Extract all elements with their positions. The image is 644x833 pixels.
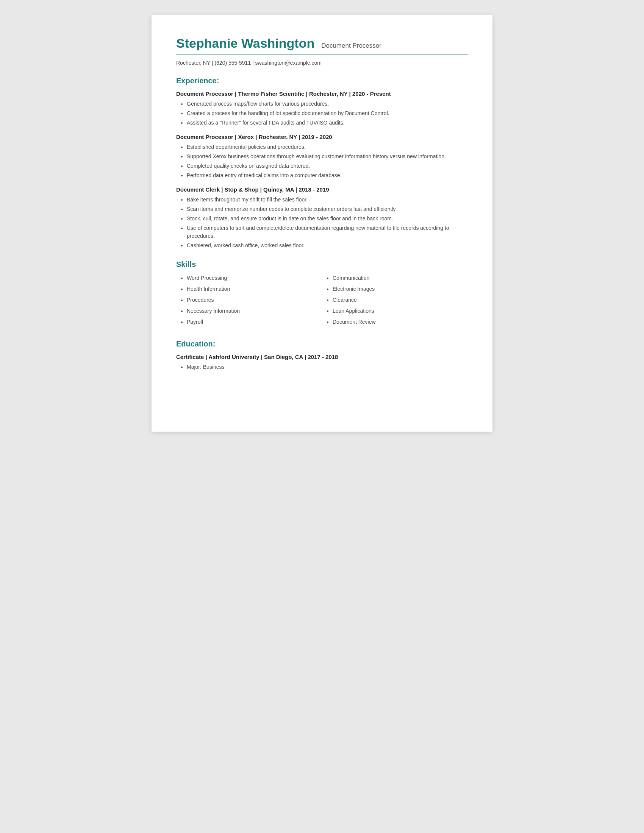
bullet-item: Major: Business [187, 363, 468, 371]
skills-grid: Word Processing Health Information Proce… [176, 274, 468, 329]
bullet-item: Assisted as a "Runner" for several FDA a… [187, 119, 468, 127]
skill-item: Communication [333, 274, 468, 282]
header-section: Stephanie Washington Document Processor … [176, 36, 468, 66]
skill-item: Electronic Images [333, 285, 468, 293]
skills-title: Skills [176, 260, 468, 269]
bullet-item: Use of computers to sort and complete/de… [187, 224, 468, 240]
skill-item: Document Review [333, 318, 468, 326]
bullet-item: Scan items and memorize number codes to … [187, 205, 468, 213]
education-title: Education: [176, 339, 468, 348]
bullet-item: Supported Xerox business operations thro… [187, 153, 468, 161]
bullet-item: Completed quality checks on assigned dat… [187, 162, 468, 170]
bullet-item: Established departmental policies and pr… [187, 143, 468, 151]
education-entry-1: Certificate | Ashford University | San D… [176, 354, 468, 371]
education-section: Education: Certificate | Ashford Univers… [176, 339, 468, 371]
job-bullets-2: Established departmental policies and pr… [176, 143, 468, 180]
skill-item: Health Information [187, 285, 322, 293]
skill-item: Payroll [187, 318, 322, 326]
skills-right-column: Communication Electronic Images Clearanc… [322, 274, 468, 329]
bullet-item: Stock, cull, rotate, and ensure product … [187, 215, 468, 223]
header-divider [176, 55, 468, 55]
bullet-item: Cashiered, worked cash office, worked sa… [187, 241, 468, 249]
job-header-3: Document Clerk | Stop & Shop | Quincy, M… [176, 186, 468, 193]
bullet-item: Performed data entry of medical claims i… [187, 172, 468, 180]
experience-section: Experience: Document Processor | Thermo … [176, 77, 468, 249]
contact-info: Rochester, NY | (620) 555-5911 | swashin… [176, 60, 468, 66]
skill-item: Necessary Information [187, 307, 322, 315]
job-entry-1: Document Processor | Thermo Fisher Scien… [176, 90, 468, 127]
job-bullets-3: Bake items throughout my shift to fill t… [176, 196, 468, 249]
skills-section: Skills Word Processing Health Informatio… [176, 260, 468, 329]
bullet-item: Created a process for the handling of lo… [187, 109, 468, 117]
name-title-row: Stephanie Washington Document Processor [176, 36, 468, 51]
bullet-item: Generated process maps/flow charts for v… [187, 100, 468, 108]
job-title-header: Document Processor [321, 42, 382, 50]
full-name: Stephanie Washington [176, 36, 314, 51]
skill-item: Word Processing [187, 274, 322, 282]
bullet-item: Bake items throughout my shift to fill t… [187, 196, 468, 204]
job-header-2: Document Processor | Xerox | Rochester, … [176, 133, 468, 140]
skill-item: Loan Applications [333, 307, 468, 315]
skills-left-column: Word Processing Health Information Proce… [176, 274, 322, 329]
experience-title: Experience: [176, 77, 468, 85]
resume-page: Stephanie Washington Document Processor … [151, 15, 493, 432]
skill-item: Clearance [333, 296, 468, 304]
edu-bullets-1: Major: Business [176, 363, 468, 371]
job-bullets-1: Generated process maps/flow charts for v… [176, 100, 468, 127]
job-entry-2: Document Processor | Xerox | Rochester, … [176, 133, 468, 180]
skill-item: Procedures [187, 296, 322, 304]
job-entry-3: Document Clerk | Stop & Shop | Quincy, M… [176, 186, 468, 249]
edu-header-1: Certificate | Ashford University | San D… [176, 354, 468, 360]
job-header-1: Document Processor | Thermo Fisher Scien… [176, 90, 468, 97]
